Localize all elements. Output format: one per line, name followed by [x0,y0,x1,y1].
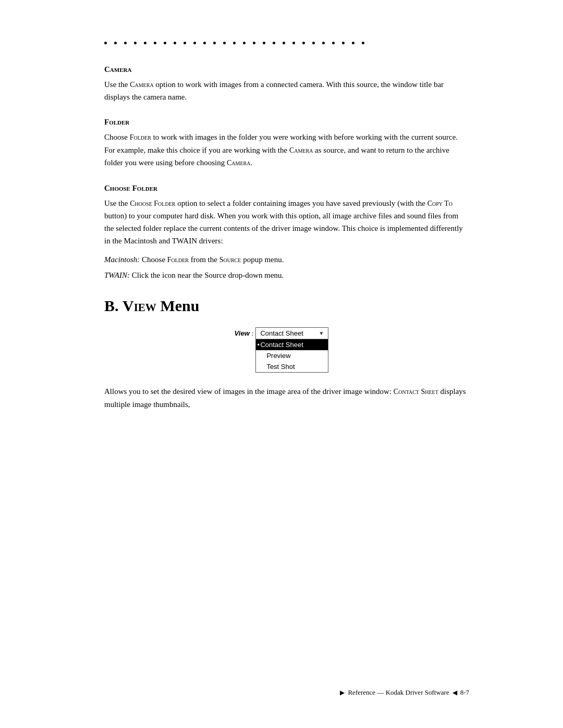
contact-sheet-inline: Contact Sheet [394,388,438,396]
dot [362,42,364,44]
menu-dropdown: Contact Sheet ▼ Contact Sheet Preview Te… [255,327,328,373]
menu-item-contact-sheet[interactable]: Contact Sheet [256,339,328,350]
footer-arrow-left: ▶ [340,689,345,697]
dot [213,42,216,44]
copy-to-inline-ref: Copy To [427,200,452,207]
dot [243,42,246,44]
view-menu-heading: B. View Menu [104,297,469,315]
twain-line: TWAIN: Click the icon near the Source dr… [104,269,469,281]
dot [124,42,127,44]
dot [183,42,186,44]
view-menu-section: B. View Menu View : Contact Sheet ▼ Cont… [104,297,469,410]
dot [164,42,166,44]
menu-top-bar: Contact Sheet ▼ [256,328,328,339]
menu-dropdown-arrow: ▼ [319,330,324,336]
folder-inline-ref: Folder [130,133,151,141]
macintosh-line: Macintosh: Choose Folder from the Source… [104,253,469,266]
menu-top-text: Contact Sheet [260,329,303,337]
dot [342,42,345,44]
choose-folder-inline-ref: Choose Folder [130,200,175,207]
view-menu-body: Allows you to set the desired view of im… [104,385,469,410]
menu-item-preview[interactable]: Preview [256,350,328,361]
menu-image-container: View : Contact Sheet ▼ Contact Sheet Pre… [94,327,469,373]
dot [193,42,196,44]
folder-section: Folder Choose Folder to work with images… [104,118,469,169]
choose-folder-body: Use the Choose Folder option to select a… [104,197,469,247]
menu-view-label: View [235,327,250,337]
camera-title: Camera [104,65,469,74]
footer-page: 8-7 [460,688,469,697]
dot [203,42,206,44]
dot [263,42,265,44]
camera-inline-ref2: Camera [289,146,313,154]
dot [174,42,176,44]
choose-folder-section: Choose Folder Use the Choose Folder opti… [104,184,469,282]
footer-text: Reference — Kodak Driver Software [348,688,449,697]
page: Camera Use the Camera option to work wit… [0,0,563,728]
dot [273,42,275,44]
dot [104,42,107,44]
camera-inline-ref: Camera [130,81,153,89]
dot [154,42,156,44]
dot [114,42,117,44]
dot [292,42,295,44]
choose-folder-title: Choose Folder [104,184,469,193]
dot [312,42,315,44]
footer: ▶ Reference — Kodak Driver Software ◀ 8-… [340,688,469,697]
dot [283,42,285,44]
footer-arrow-right: ◀ [452,689,457,697]
menu-outer: View : Contact Sheet ▼ Contact Sheet Pre… [235,327,329,373]
camera-body: Use the Camera option to work with image… [104,78,469,103]
camera-section: Camera Use the Camera option to work wit… [104,65,469,103]
dot [302,42,305,44]
dots-row [104,31,469,44]
dot [134,42,137,44]
folder-title: Folder [104,118,469,127]
dot [144,42,146,44]
dot [352,42,354,44]
menu-colon: : [252,327,254,338]
menu-item-test-shot[interactable]: Test Shot [256,361,328,372]
camera-inline-ref3: Camera [227,159,250,167]
dot [322,42,325,44]
folder-body: Choose Folder to work with images in the… [104,131,469,169]
dot [233,42,236,44]
dot [223,42,226,44]
dot [332,42,335,44]
dot [253,42,255,44]
